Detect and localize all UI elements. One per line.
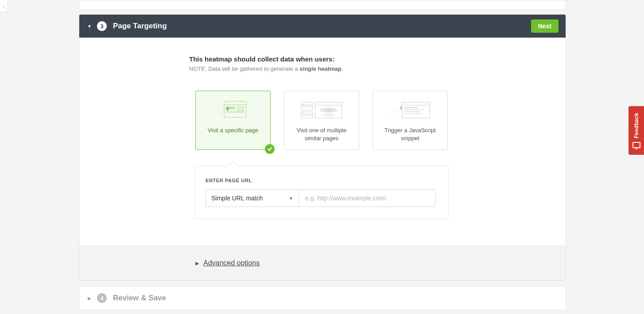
svg-rect-13 [302, 115, 312, 116]
svg-rect-22 [404, 109, 424, 110]
card-illustration-multiple [291, 99, 353, 121]
panel-title: Review & Save [113, 294, 166, 303]
page-url-input[interactable] [299, 189, 436, 207]
select-value: Simple URL match [211, 195, 263, 202]
chevron-right-icon: ▶ [195, 260, 199, 266]
svg-rect-5 [226, 111, 244, 113]
note-prefix: NOTE: Data will be gathered to generate … [189, 65, 299, 72]
chevron-right-icon: ▶ [86, 296, 93, 301]
svg-rect-3 [237, 107, 244, 108]
caret-down-icon: ▼ [289, 196, 293, 201]
svg-rect-24 [404, 113, 422, 114]
panel-title: Page Targeting [113, 22, 167, 31]
step-number-badge: 3 [97, 21, 107, 31]
card-visit-multiple-pages[interactable]: Visit one of multiple similar pages [284, 91, 359, 150]
card-label: Trigger a JavaScript snippet [379, 126, 441, 142]
advanced-options-toggle[interactable]: Advanced options [203, 259, 260, 267]
step-number-badge: 4 [97, 293, 107, 303]
svg-rect-8 [302, 105, 306, 107]
panel-page-targeting: ▼ 3 Page Targeting Next This heatmap sho… [79, 14, 566, 281]
lead-text: This heatmap should collect data when us… [189, 55, 455, 63]
card-label: Visit a specific page [208, 126, 259, 134]
panel-review-save: ▶ 4 Review & Save [79, 286, 566, 310]
card-visit-specific-page[interactable]: Visit a specific page [195, 91, 271, 150]
card-illustration-snippet [379, 99, 441, 121]
sidebar-toggle[interactable]: ‹ [0, 0, 8, 12]
card-trigger-js-snippet[interactable]: Trigger a JavaScript snippet [372, 91, 448, 150]
note-text: NOTE: Data will be gathered to generate … [189, 65, 455, 72]
svg-rect-10 [306, 107, 312, 107]
url-form-box: ENTER PAGE URL Simple URL match ▼ [195, 166, 449, 219]
panel-body: This heatmap should collect data when us… [79, 38, 566, 245]
note-suffix: . [341, 65, 343, 72]
url-match-type-select[interactable]: Simple URL match ▼ [206, 189, 299, 207]
next-button[interactable]: Next [531, 19, 559, 33]
check-icon [265, 144, 275, 154]
card-illustration-specific [202, 99, 264, 121]
feedback-label: Feedback [633, 113, 640, 138]
svg-rect-23 [404, 111, 420, 112]
chevron-left-icon: ‹ [3, 4, 5, 9]
svg-rect-9 [306, 105, 312, 106]
url-form-label: ENTER PAGE URL [206, 178, 438, 183]
svg-point-17 [324, 109, 333, 111]
panel-header-review-save[interactable]: ▶ 4 Review & Save [79, 287, 566, 310]
panel-header-page-targeting[interactable]: ▼ 3 Page Targeting Next [79, 15, 566, 38]
feedback-tab[interactable]: Feedback [628, 106, 644, 155]
svg-point-18 [322, 114, 335, 116]
previous-step-panel-edge [79, 0, 566, 10]
svg-rect-21 [404, 107, 418, 108]
chat-icon [632, 142, 640, 148]
svg-rect-4 [237, 109, 244, 111]
note-strong: single heatmap [299, 65, 341, 72]
card-label: Visit one of multiple similar pages [291, 126, 353, 142]
chevron-down-icon: ▼ [86, 24, 93, 29]
advanced-options-bar: ▶ Advanced options [79, 245, 566, 280]
